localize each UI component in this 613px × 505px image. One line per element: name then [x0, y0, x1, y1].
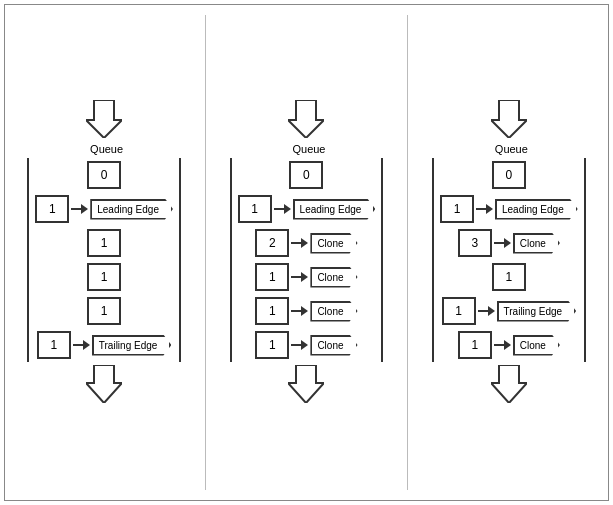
label-arrow: Leading Edge — [476, 199, 578, 220]
cell-label: Clone — [513, 233, 560, 254]
arrow-head — [301, 238, 308, 248]
label-arrow: Leading Edge — [274, 199, 376, 220]
arrow-bottom — [491, 365, 527, 403]
label-arrow: Clone — [291, 267, 357, 288]
cell-label: Clone — [310, 301, 357, 322]
cell-box: 0 — [87, 161, 121, 189]
cell-box: 1 — [87, 263, 121, 291]
cell-row: 0 — [492, 161, 526, 189]
cell-box: 0 — [289, 161, 323, 189]
arrow-bottom — [288, 365, 324, 403]
svg-marker-3 — [288, 365, 324, 403]
cell-label: Leading Edge — [90, 199, 173, 220]
label-arrow: Trailing Edge — [73, 335, 172, 356]
label-arrow: Leading Edge — [71, 199, 173, 220]
arrow-line — [291, 344, 301, 346]
svg-marker-4 — [491, 100, 527, 138]
cell-box: 1 — [238, 195, 272, 223]
cell-row: 1 — [87, 229, 121, 257]
label-arrow: Clone — [494, 335, 560, 356]
pipe-wrapper: 01Leading Edge3Clone11Trailing Edge1Clon… — [432, 158, 586, 362]
cell-box: 1 — [492, 263, 526, 291]
arrow-head — [504, 238, 511, 248]
cell-box: 2 — [255, 229, 289, 257]
cell-label: Trailing Edge — [92, 335, 172, 356]
cell-row: 1Leading Edge — [35, 195, 173, 223]
cell-row: 1Clone — [255, 263, 357, 291]
arrow-head — [488, 306, 495, 316]
diagram-2: Queue01Leading Edge2Clone1Clone1Clone1Cl… — [219, 100, 394, 405]
arrow-line — [476, 208, 486, 210]
cell-row: 1Clone — [255, 297, 357, 325]
pipe-wrapper: 01Leading Edge1111Trailing Edge — [27, 158, 181, 362]
queue-label: Queue — [292, 143, 325, 155]
arrow-line — [494, 242, 504, 244]
cell-row: 0 — [87, 161, 121, 189]
arrow-line — [494, 344, 504, 346]
cell-box: 1 — [35, 195, 69, 223]
cell-row: 1Clone — [458, 331, 560, 359]
label-arrow: Clone — [494, 233, 560, 254]
cell-box: 1 — [87, 229, 121, 257]
svg-marker-5 — [491, 365, 527, 403]
cell-box: 1 — [255, 263, 289, 291]
cell-row: 1 — [492, 263, 526, 291]
svg-marker-0 — [86, 100, 122, 138]
cell-row: 1Clone — [255, 331, 357, 359]
arrow-head — [81, 204, 88, 214]
cell-row: 1 — [87, 297, 121, 325]
arrow-head — [301, 306, 308, 316]
pipe-wrapper: 01Leading Edge2Clone1Clone1Clone1Clone — [230, 158, 384, 362]
main-container: Queue01Leading Edge1111Trailing Edge Que… — [4, 4, 609, 501]
arrow-line — [274, 208, 284, 210]
arrow-head — [504, 340, 511, 350]
arrow-head — [301, 272, 308, 282]
cell-label: Clone — [513, 335, 560, 356]
cell-row: 1Leading Edge — [440, 195, 578, 223]
arrow-head — [301, 340, 308, 350]
arrow-head — [284, 204, 291, 214]
cell-box: 1 — [442, 297, 476, 325]
cell-row: 1Leading Edge — [238, 195, 376, 223]
arrow-line — [478, 310, 488, 312]
label-arrow: Clone — [291, 233, 357, 254]
arrow-line — [291, 276, 301, 278]
arrow-top — [86, 100, 122, 138]
queue-label: Queue — [495, 143, 528, 155]
arrow-head — [83, 340, 90, 350]
cell-box: 0 — [492, 161, 526, 189]
cell-row: 1Trailing Edge — [37, 331, 172, 359]
arrow-head — [486, 204, 493, 214]
arrow-line — [291, 242, 301, 244]
svg-marker-1 — [86, 365, 122, 403]
arrow-line — [291, 310, 301, 312]
cell-row: 2Clone — [255, 229, 357, 257]
arrow-bottom — [86, 365, 122, 403]
queue-label: Queue — [90, 143, 123, 155]
diagram-3: Queue01Leading Edge3Clone11Trailing Edge… — [421, 100, 596, 405]
cell-box: 1 — [440, 195, 474, 223]
cell-row: 1Trailing Edge — [442, 297, 577, 325]
cell-label: Clone — [310, 233, 357, 254]
cell-box: 1 — [458, 331, 492, 359]
svg-marker-2 — [288, 100, 324, 138]
arrow-top — [288, 100, 324, 138]
cell-label: Leading Edge — [495, 199, 578, 220]
cell-box: 3 — [458, 229, 492, 257]
arrow-line — [71, 208, 81, 210]
cell-box: 1 — [255, 297, 289, 325]
diagram-1: Queue01Leading Edge1111Trailing Edge — [17, 100, 192, 405]
cell-box: 1 — [255, 331, 289, 359]
cell-row: 3Clone — [458, 229, 560, 257]
cell-row: 1 — [87, 263, 121, 291]
label-arrow: Clone — [291, 335, 357, 356]
label-arrow: Trailing Edge — [478, 301, 577, 322]
cell-label: Clone — [310, 267, 357, 288]
cell-box: 1 — [37, 331, 71, 359]
cell-box: 1 — [87, 297, 121, 325]
arrow-top — [491, 100, 527, 138]
cell-label: Trailing Edge — [497, 301, 577, 322]
cell-row: 0 — [289, 161, 323, 189]
cell-label: Clone — [310, 335, 357, 356]
cell-label: Leading Edge — [293, 199, 376, 220]
